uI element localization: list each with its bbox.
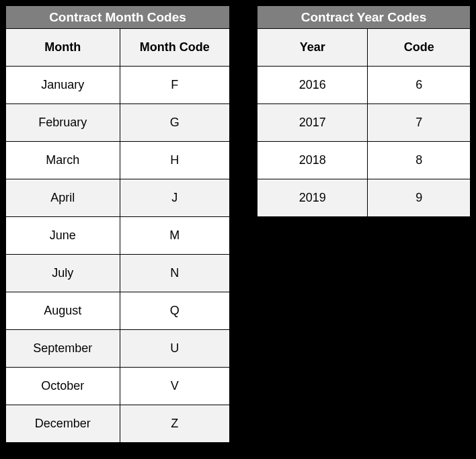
year-codes-table: Contract Year Codes Year Code 2016620177… bbox=[257, 5, 471, 217]
year-table-body: 20166201772018820199 bbox=[257, 67, 470, 217]
table-row: AprilJ bbox=[6, 179, 230, 217]
cell-c2: Z bbox=[120, 405, 229, 443]
cell-c1: April bbox=[6, 179, 120, 217]
table-row: FebruaryG bbox=[6, 104, 230, 142]
cell-c1: March bbox=[6, 142, 120, 179]
table-row: 20177 bbox=[257, 104, 470, 142]
year-header-year: Year bbox=[257, 29, 367, 67]
table-row: JuneM bbox=[6, 217, 230, 255]
cell-c1: February bbox=[6, 104, 120, 142]
month-table-title: Contract Month Codes bbox=[6, 6, 230, 29]
month-codes-table: Contract Month Codes Month Month Code Ja… bbox=[5, 5, 230, 443]
cell-c1: July bbox=[6, 255, 120, 292]
table-row: 20199 bbox=[257, 179, 470, 217]
year-table-title: Contract Year Codes bbox=[257, 6, 470, 29]
cell-c2: 7 bbox=[368, 104, 471, 142]
cell-c2: U bbox=[120, 330, 229, 368]
cell-c1: 2016 bbox=[257, 67, 367, 104]
cell-c2: Q bbox=[120, 292, 229, 330]
table-row: OctoberV bbox=[6, 368, 230, 405]
month-header-name: Month bbox=[6, 29, 120, 67]
table-row: DecemberZ bbox=[6, 405, 230, 443]
month-table-body: JanuaryFFebruaryGMarchHAprilJJuneMJulyNA… bbox=[6, 67, 230, 443]
cell-c1: January bbox=[6, 67, 120, 104]
cell-c1: October bbox=[6, 368, 120, 405]
cell-c2: G bbox=[120, 104, 229, 142]
table-row: 20166 bbox=[257, 67, 470, 104]
table-row: JanuaryF bbox=[6, 67, 230, 104]
table-row: 20188 bbox=[257, 142, 470, 179]
table-row: AugustQ bbox=[6, 292, 230, 330]
table-row: MarchH bbox=[6, 142, 230, 179]
cell-c1: 2017 bbox=[257, 104, 367, 142]
tables-container: Contract Month Codes Month Month Code Ja… bbox=[5, 5, 471, 443]
cell-c1: 2018 bbox=[257, 142, 367, 179]
cell-c2: J bbox=[120, 179, 229, 217]
cell-c1: September bbox=[6, 330, 120, 368]
cell-c2: 8 bbox=[368, 142, 471, 179]
cell-c1: December bbox=[6, 405, 120, 443]
cell-c2: 9 bbox=[368, 179, 471, 217]
cell-c2: F bbox=[120, 67, 229, 104]
month-header-code: Month Code bbox=[120, 29, 229, 67]
table-row: JulyN bbox=[6, 255, 230, 292]
cell-c1: August bbox=[6, 292, 120, 330]
cell-c2: V bbox=[120, 368, 229, 405]
year-header-code: Code bbox=[368, 29, 471, 67]
cell-c2: H bbox=[120, 142, 229, 179]
cell-c2: M bbox=[120, 217, 229, 255]
cell-c1: 2019 bbox=[257, 179, 367, 217]
cell-c2: 6 bbox=[368, 67, 471, 104]
cell-c2: N bbox=[120, 255, 229, 292]
cell-c1: June bbox=[6, 217, 120, 255]
table-row: SeptemberU bbox=[6, 330, 230, 368]
